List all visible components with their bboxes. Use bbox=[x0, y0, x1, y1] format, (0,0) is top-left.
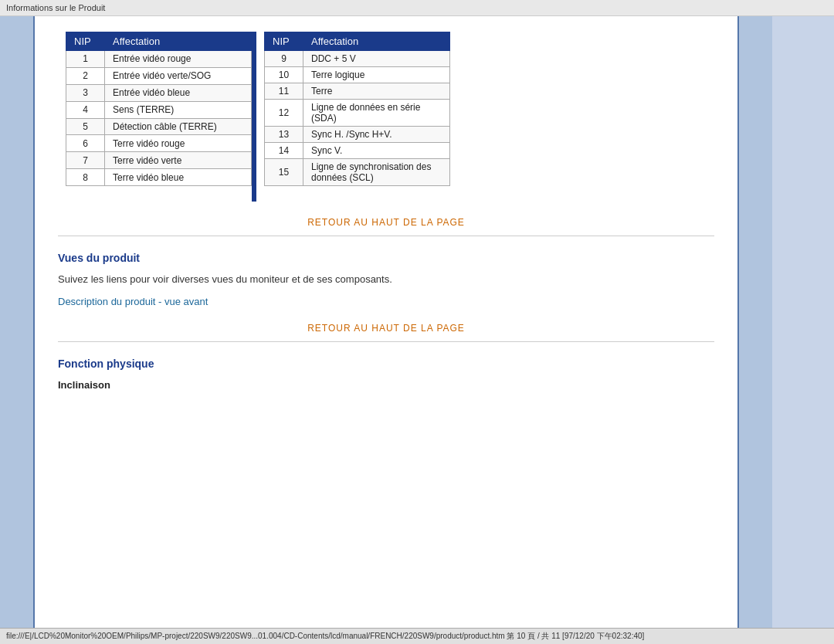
table-cell-affectation: Ligne de synchronisation des données (SC… bbox=[303, 159, 450, 186]
table-row: 5Détection câble (TERRE) bbox=[66, 118, 252, 135]
table-row: 6Terre vidéo rouge bbox=[66, 135, 252, 152]
table-cell-nip: 13 bbox=[265, 127, 303, 143]
retour-link-2[interactable]: RETOUR AU HAUT DE LA PAGE bbox=[58, 323, 714, 334]
inclinaison-label: Inclinaison bbox=[58, 379, 714, 391]
table-row: 7Terre vidéo verte bbox=[66, 152, 252, 169]
table-cell-affectation: Entrée vidéo bleue bbox=[105, 84, 252, 101]
table-cell-affectation: Ligne de données en série (SDA) bbox=[303, 100, 450, 127]
table-cell-nip: 9 bbox=[265, 51, 303, 67]
table-cell-nip: 15 bbox=[265, 159, 303, 186]
table-row: 14Sync V. bbox=[265, 143, 450, 159]
table-row: 2Entrée vidéo verte/SOG bbox=[66, 67, 252, 84]
table-row: 9DDC + 5 V bbox=[265, 51, 450, 67]
table-row: 11Terre bbox=[265, 83, 450, 100]
table-row: 3Entrée vidéo bleue bbox=[66, 84, 252, 101]
table-cell-affectation: Terre vidéo verte bbox=[105, 152, 252, 169]
table-cell-affectation: Entrée vidéo rouge bbox=[105, 51, 252, 68]
table-cell-nip: 2 bbox=[66, 67, 105, 84]
table-divider bbox=[252, 32, 256, 202]
vues-link[interactable]: Description du produit - vue avant bbox=[58, 296, 714, 307]
pin-table-left: NIP Affectation 1Entrée vidéo rouge2Entr… bbox=[66, 32, 252, 186]
table-cell-affectation: Terre logique bbox=[303, 67, 450, 83]
table-cell-nip: 1 bbox=[66, 51, 105, 68]
table-row: 10Terre logique bbox=[265, 67, 450, 83]
table-left-header-affectation: Affectation bbox=[105, 32, 252, 51]
table-cell-affectation: Terre vidéo rouge bbox=[105, 135, 252, 152]
table-right-header-nip: NIP bbox=[265, 32, 303, 51]
pin-table-wrapper: NIP Affectation 1Entrée vidéo rouge2Entr… bbox=[58, 32, 714, 202]
divider-2 bbox=[58, 341, 714, 342]
content-area: NIP Affectation 1Entrée vidéo rouge2Entr… bbox=[35, 16, 737, 628]
pin-table-right: NIP Affectation 9DDC + 5 V10Terre logiqu… bbox=[264, 32, 450, 186]
far-right-sidebar bbox=[772, 16, 834, 628]
left-sidebar bbox=[0, 16, 35, 628]
table-cell-nip: 12 bbox=[265, 100, 303, 127]
table-cell-nip: 14 bbox=[265, 143, 303, 159]
top-bar: Informations sur le Produit bbox=[0, 0, 834, 16]
vues-title: Vues du produit bbox=[58, 252, 714, 264]
main-layout: NIP Affectation 1Entrée vidéo rouge2Entr… bbox=[0, 16, 834, 628]
top-bar-label: Informations sur le Produit bbox=[6, 3, 105, 12]
table-cell-affectation: Sens (TERRE) bbox=[105, 101, 252, 118]
table-cell-nip: 3 bbox=[66, 84, 105, 101]
table-cell-nip: 11 bbox=[265, 83, 303, 100]
table-cell-affectation: Détection câble (TERRE) bbox=[105, 118, 252, 135]
table-row: 15Ligne de synchronisation des données (… bbox=[265, 159, 450, 186]
table-cell-affectation: Sync V. bbox=[303, 143, 450, 159]
table-cell-nip: 4 bbox=[66, 101, 105, 118]
table-cell-nip: 10 bbox=[265, 67, 303, 83]
table-cell-affectation: Entrée vidéo verte/SOG bbox=[105, 67, 252, 84]
table-cell-affectation: Terre bbox=[303, 83, 450, 100]
vues-text: Suivez les liens pour voir diverses vues… bbox=[58, 273, 714, 285]
table-left-header-nip: NIP bbox=[66, 32, 105, 51]
table-cell-affectation: Terre vidéo bleue bbox=[105, 169, 252, 186]
fonction-title: Fonction physique bbox=[58, 358, 714, 370]
table-row: 8Terre vidéo bleue bbox=[66, 169, 252, 186]
table-row: 13Sync H. /Sync H+V. bbox=[265, 127, 450, 143]
table-cell-nip: 6 bbox=[66, 135, 105, 152]
table-cell-affectation: Sync H. /Sync H+V. bbox=[303, 127, 450, 143]
table-cell-nip: 8 bbox=[66, 169, 105, 186]
bottom-bar-label: file:///E|/LCD%20Monitor%20OEM/Philips/M… bbox=[6, 632, 644, 640]
table-right-header-affectation: Affectation bbox=[303, 32, 450, 51]
bottom-bar: file:///E|/LCD%20Monitor%20OEM/Philips/M… bbox=[0, 628, 834, 644]
table-cell-nip: 5 bbox=[66, 118, 105, 135]
table-cell-affectation: DDC + 5 V bbox=[303, 51, 450, 67]
divider-1 bbox=[58, 236, 714, 236]
retour-link-1[interactable]: RETOUR AU HAUT DE LA PAGE bbox=[58, 217, 714, 228]
table-row: 12Ligne de données en série (SDA) bbox=[265, 100, 450, 127]
right-sidebar bbox=[737, 16, 772, 628]
table-row: 1Entrée vidéo rouge bbox=[66, 51, 252, 68]
table-cell-nip: 7 bbox=[66, 152, 105, 169]
table-row: 4Sens (TERRE) bbox=[66, 101, 252, 118]
